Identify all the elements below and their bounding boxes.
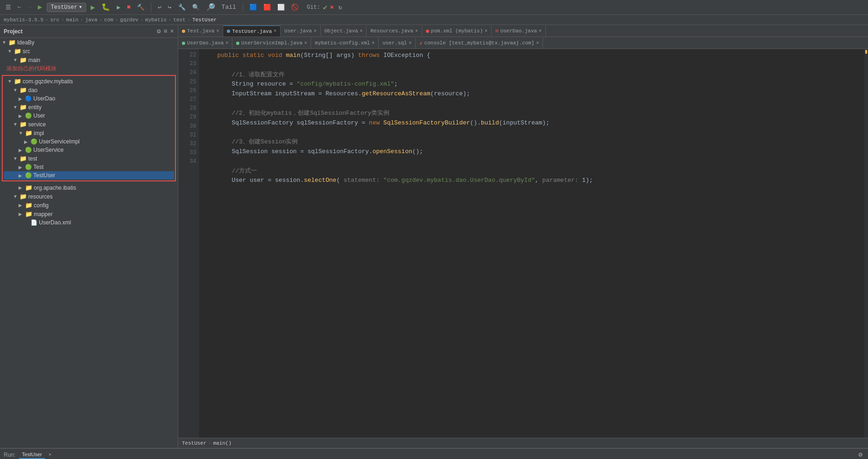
git-sync-icon[interactable]: ↻: [337, 3, 344, 12]
tree-node-ibatis[interactable]: ▶ 📁 org.apache.ibatis: [0, 183, 178, 192]
tree-label: service: [28, 121, 46, 128]
tree-node-resources[interactable]: ▼ 📁 resources: [0, 192, 178, 201]
run-btn[interactable]: ▶: [89, 2, 97, 13]
breadcrumb-testuser[interactable]: TestUser: [192, 17, 217, 23]
run-with-coverage-btn[interactable]: ▶: [115, 3, 122, 12]
tab-userdao-java2[interactable]: m UserDao.java ×: [492, 25, 546, 37]
tab-object-java[interactable]: Object.java ×: [321, 25, 367, 37]
build-btn[interactable]: 🔨: [135, 3, 146, 12]
tree-node-testuser[interactable]: ▶ 🟢 TestUser: [4, 171, 174, 180]
breadcrumb-gqzdev[interactable]: gqzdev: [120, 17, 138, 23]
run-settings-icon[interactable]: ⚙: [857, 450, 864, 459]
tools-btn[interactable]: 🔧: [176, 3, 187, 12]
tree-node-test[interactable]: ▼ 📁 test: [4, 154, 174, 163]
redo-btn[interactable]: ↪: [166, 3, 174, 12]
tree-node-dao[interactable]: ▼ 📁 dao: [4, 86, 174, 94]
sidebar-tool-settings[interactable]: ≡: [163, 28, 167, 35]
tree-label: TestUser: [33, 172, 55, 179]
folder-icon: 📁: [25, 184, 32, 191]
expand-arrow: ▶: [19, 96, 24, 101]
tree-node-src[interactable]: ▼ 📁 src: [0, 47, 178, 56]
breadcrumb-mybatis[interactable]: mybatis-3.5.5: [4, 17, 44, 23]
tree-node-userserviceimpl[interactable]: ▶ 🟢 UserServiceImpl: [4, 137, 174, 146]
tab-userserviceimpl-java[interactable]: UserServiceImpl.java ×: [232, 37, 311, 49]
expand-arrow: ▶: [24, 139, 30, 144]
tree-node-com-gqzdev[interactable]: ▼ 📁 com.gqzdev.mybatis: [4, 77, 174, 86]
run-tab-testuser[interactable]: TestUser: [19, 451, 44, 459]
tree-node-entity[interactable]: ▼ 📁 entity: [4, 103, 174, 112]
tree-node-user[interactable]: ▶ 🟢 User: [4, 112, 174, 120]
breadcrumb-test[interactable]: test: [173, 17, 185, 23]
breadcrumb-mybatis2[interactable]: mybatis: [145, 17, 167, 23]
tab-close-resources[interactable]: ×: [415, 29, 418, 34]
run-label: Run:: [4, 452, 15, 458]
tab-close-usi[interactable]: ×: [304, 41, 307, 46]
undo-btn[interactable]: ↩: [156, 3, 163, 12]
tab-close-testuser[interactable]: ×: [274, 29, 276, 34]
forward-icon[interactable]: →: [26, 3, 33, 12]
project-dropdown[interactable]: TestUser ▼: [47, 3, 86, 12]
editor-bc-main: main(): [213, 440, 231, 446]
stop-btn[interactable]: ■: [125, 3, 132, 12]
tree-node-test-class[interactable]: ▶ 🟢 Test: [4, 163, 174, 171]
tab-console[interactable]: ✗ console [test_mybatis@tx.javaaj.com] ×: [416, 37, 543, 49]
tab-test-java[interactable]: Test.java ×: [178, 25, 223, 37]
tab-userdao-java[interactable]: UserDao.java ×: [178, 37, 232, 49]
tab-testuser-java[interactable]: TestUser.java ×: [223, 25, 281, 37]
tab-user-sql[interactable]: user.sql ×: [379, 37, 416, 49]
tree-node-service[interactable]: ▼ 📁 service: [4, 120, 174, 129]
line-numbers: 22 23 24 25 26 27 28 29 30 31 32 33 34: [178, 49, 199, 438]
toolbar: ☰ ← → ▶ TestUser ▼ ▶ 🐛 ▶ ■ 🔨 ↩ ↪ 🔧 🔍 🔎 T…: [0, 0, 868, 15]
tree-node-impl[interactable]: ▼ 📁 impl: [4, 129, 174, 137]
menu-toggle-icon[interactable]: ☰: [4, 3, 13, 12]
breadcrumb-main[interactable]: main: [66, 17, 78, 23]
tree-label: entity: [28, 104, 42, 111]
tab-close-userdao2[interactable]: ×: [539, 29, 542, 34]
tab-dot: [182, 30, 185, 33]
run-tab-close[interactable]: ×: [49, 452, 52, 458]
tab-close-object[interactable]: ×: [360, 29, 362, 34]
tree-node-main[interactable]: ▼ 📁 main: [0, 56, 178, 64]
tab-close-ud[interactable]: ×: [225, 41, 228, 46]
breadcrumb-com[interactable]: com: [104, 17, 113, 23]
tree-node-mapper[interactable]: ▶ 📁 mapper: [0, 210, 178, 218]
editor-bc-sep: ›: [208, 440, 212, 446]
tab-user-java[interactable]: User.java ×: [281, 25, 320, 37]
folder-icon: 📁: [14, 78, 21, 85]
tab-close-test[interactable]: ×: [216, 29, 219, 34]
tab-resources-java[interactable]: Resources.java ×: [367, 25, 422, 37]
sidebar-tool-close[interactable]: ×: [170, 28, 174, 35]
tab-label2: UserDao.java: [500, 28, 537, 34]
magnify-btn[interactable]: 🔎: [204, 2, 217, 13]
tree-node-userservice[interactable]: ▶ 🟢 UserService: [4, 146, 174, 154]
code-content[interactable]: public static void main(String[] args) t…: [199, 49, 864, 438]
tab-close-user[interactable]: ×: [314, 29, 317, 34]
tab-mybatis-config-xml[interactable]: mybatis-config.xml ×: [311, 37, 379, 49]
tab-close-mcx[interactable]: ×: [372, 41, 375, 46]
breadcrumb-src[interactable]: src: [50, 17, 59, 23]
back-icon[interactable]: ←: [16, 3, 23, 12]
breadcrumb-java[interactable]: java: [85, 17, 97, 23]
git-icon3[interactable]: ⬜: [275, 3, 287, 12]
tree-node-userdao[interactable]: ▶ 🔵 UserDao: [4, 94, 174, 103]
debug-btn[interactable]: 🐛: [100, 2, 112, 12]
expand-arrow: ▼: [13, 156, 19, 161]
tab-close-console[interactable]: ×: [536, 41, 539, 46]
run-icon[interactable]: ▶: [36, 2, 44, 12]
git-icon2[interactable]: 🟥: [262, 3, 273, 12]
expand-arrow: ▶: [19, 165, 24, 170]
tab-close-pom[interactable]: ×: [485, 29, 487, 34]
expand-arrow: ▼: [19, 130, 24, 136]
tab-close-usql[interactable]: ×: [409, 41, 412, 46]
git-label: Git:: [307, 4, 320, 11]
tree-node-userdao-xml[interactable]: 📄 UserDao.xml: [0, 218, 178, 227]
find-btn[interactable]: 🔍: [190, 3, 201, 12]
red-box-label: 添加自己的代码模块: [5, 65, 58, 73]
tree-node-config[interactable]: ▶ 📁 config: [0, 201, 178, 210]
disable-icon[interactable]: 🚫: [289, 3, 300, 12]
tree-node-ideaby[interactable]: ▼ 📁 IdeaBy: [0, 38, 178, 47]
git-icon1[interactable]: 🟦: [248, 3, 259, 12]
tab-pom-xml[interactable]: pom.xml (mybatis) ×: [422, 25, 492, 37]
sidebar-tool-gear[interactable]: ⚙: [157, 27, 161, 35]
git-x-icon: ✖: [330, 4, 334, 11]
